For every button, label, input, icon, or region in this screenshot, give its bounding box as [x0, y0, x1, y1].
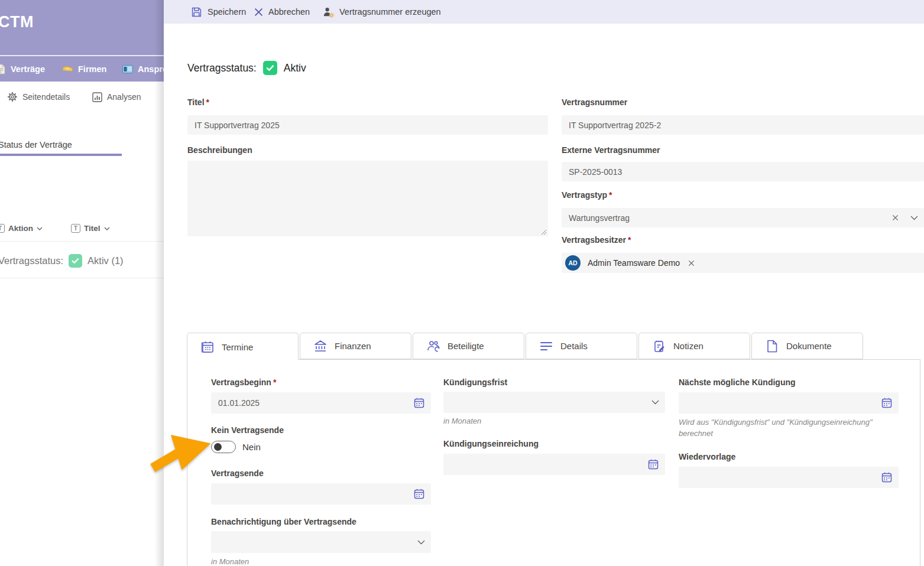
- gear-icon: [7, 92, 18, 102]
- tab-details[interactable]: Details: [526, 333, 637, 359]
- toggle-switch[interactable]: [211, 441, 236, 453]
- beschreibungen-label: Beschreibungen: [187, 145, 252, 155]
- tab-termine[interactable]: Termine: [187, 333, 299, 360]
- save-label: Speichern: [208, 7, 246, 17]
- cancel-button[interactable]: Abbrechen: [254, 0, 310, 24]
- vertragsende-label: Vertragsende: [211, 469, 264, 478]
- tab-label: Details: [560, 341, 588, 351]
- naechste-kuendigung-label: Nächste mögliche Kündigung: [679, 378, 796, 387]
- chevron-down-icon: [37, 227, 43, 230]
- generate-contract-number-button[interactable]: Vertragsnummer erzeugen: [323, 0, 441, 24]
- externe-vertragsnummer-label: Externe Vertragsnummer: [562, 145, 660, 155]
- vertragsbeginn-datepicker[interactable]: [211, 392, 431, 414]
- clear-selection-icon[interactable]: [892, 214, 899, 221]
- wiedervorlage-datepicker[interactable]: [679, 467, 899, 488]
- app-window: CTM Verträge Firmen Ansprechpartner Seit…: [0, 0, 924, 566]
- vertragstyp-input[interactable]: [562, 213, 892, 223]
- vertragsende-datepicker[interactable]: [211, 483, 431, 505]
- vertragsbesitzer-field[interactable]: AD Admin Teamsware Demo: [562, 253, 924, 273]
- externe-vertragsnummer-input[interactable]: [562, 162, 924, 181]
- tab-label: Termine: [222, 342, 253, 352]
- nav-item-vertraege[interactable]: Verträge: [0, 56, 45, 82]
- kuendigungsfrist-input[interactable]: [443, 398, 651, 407]
- naechste-kuendigung-datepicker[interactable]: [679, 392, 899, 414]
- bank-icon: [313, 339, 328, 353]
- document-icon: [765, 339, 779, 353]
- avatar: AD: [565, 255, 581, 271]
- tab-notizen[interactable]: Notizen: [638, 333, 750, 359]
- kuendigungseinreichung-label: Kündigungseinreichung: [443, 439, 539, 448]
- nav-item-ansprechpartner[interactable]: Ansprechpartner: [122, 56, 164, 82]
- calendar-icon[interactable]: [413, 397, 425, 409]
- benachrichtigung-hint: in Monaten: [211, 556, 249, 566]
- view-tab-status-der-vertraege[interactable]: Status der Verträge: [0, 140, 72, 149]
- kuendigungseinreichung-input[interactable]: [443, 460, 647, 469]
- divider: [0, 278, 164, 278]
- people-sync-icon: [426, 339, 440, 353]
- resize-grip-icon[interactable]: [541, 229, 547, 235]
- column-header-aktion[interactable]: T Aktion: [0, 224, 43, 233]
- worker-gear-icon: [323, 6, 334, 18]
- close-icon: [254, 8, 263, 17]
- nav-item-firmen[interactable]: Firmen: [62, 56, 106, 82]
- vertragsnummer-input[interactable]: [562, 115, 924, 135]
- generate-contract-number-label: Vertragsnummer erzeugen: [339, 7, 441, 17]
- analytics-button[interactable]: Analysen: [92, 82, 141, 112]
- page-details-button[interactable]: Seitendetails: [7, 82, 70, 112]
- tab-finanzen[interactable]: Finanzen: [300, 333, 411, 359]
- naechste-kuendigung-input[interactable]: [679, 398, 881, 408]
- tab-dokumente[interactable]: Dokumente: [751, 333, 863, 359]
- divider: [0, 241, 164, 242]
- text-type-icon: T: [0, 224, 5, 233]
- wiedervorlage-input[interactable]: [679, 473, 881, 482]
- toggle-value-label: Nein: [242, 442, 261, 452]
- titel-input[interactable]: [187, 115, 548, 135]
- calendar-icon[interactable]: [881, 471, 893, 483]
- vertragsbesitzer-value: Admin Teamsware Demo: [588, 258, 680, 268]
- vertragsnummer-label: Vertragsnummer: [562, 97, 627, 107]
- vertragsbeginn-label: Vertragsbeginn*: [211, 378, 276, 387]
- tab-beteiligte[interactable]: Beteiligte: [413, 333, 524, 359]
- notepad-icon: [652, 339, 666, 353]
- sidebar: CTM Verträge Firmen Ansprechpartner Seit…: [0, 0, 164, 566]
- toggle-knob: [214, 443, 222, 451]
- contract-status-label: Vertragsstatus:: [187, 62, 257, 74]
- kuendigungsfrist-hint: in Monaten: [443, 415, 481, 427]
- chevron-down-icon[interactable]: [651, 400, 659, 405]
- command-bar: Speichern Abbrechen Vertragsnummer erzeu…: [164, 0, 924, 24]
- chevron-down-icon[interactable]: [910, 216, 918, 220]
- sidebar-header: CTM: [0, 0, 164, 56]
- benachrichtigung-input[interactable]: [211, 538, 417, 547]
- vertragsende-input[interactable]: [211, 489, 413, 499]
- required-marker: *: [609, 190, 612, 200]
- calendar-icon[interactable]: [413, 488, 425, 500]
- chevron-down-icon[interactable]: [417, 540, 425, 545]
- group-row-vertragsstatus-aktiv[interactable]: Vertragsstatus: Aktiv (1): [0, 254, 124, 268]
- handshake-icon: [62, 64, 73, 74]
- remove-owner-icon[interactable]: [688, 260, 695, 266]
- column-header-label: Titel: [84, 224, 100, 233]
- detail-tabs: Termine Finanzen Beteiligte Details Noti…: [187, 333, 863, 360]
- page-details-label: Seitendetails: [22, 92, 70, 102]
- titel-label: Titel*: [187, 97, 209, 107]
- save-button[interactable]: Speichern: [191, 0, 246, 24]
- analytics-label: Analysen: [107, 92, 141, 102]
- column-header-titel[interactable]: T Titel: [71, 224, 110, 233]
- kuendigungsfrist-dropdown[interactable]: [443, 392, 665, 413]
- tab-label: Dokumente: [786, 341, 832, 351]
- beschreibungen-textarea[interactable]: [187, 161, 548, 236]
- calendar-icon[interactable]: [647, 458, 659, 470]
- group-row-value: Aktiv (1): [87, 255, 124, 266]
- wiedervorlage-label: Wiedervorlage: [679, 452, 735, 461]
- active-status-check-icon[interactable]: [263, 61, 277, 75]
- kuendigungseinreichung-datepicker[interactable]: [443, 454, 665, 475]
- naechste-kuendigung-hint: Wird aus "Kündigungsfrist" und "Kündigun…: [679, 417, 891, 439]
- view-tab-active-underline: [0, 154, 122, 156]
- save-icon: [191, 6, 202, 18]
- calendar-icon: [200, 340, 215, 354]
- benachrichtigung-dropdown[interactable]: [211, 531, 431, 553]
- vertragsbeginn-input[interactable]: [211, 398, 413, 408]
- vertragstyp-combobox[interactable]: [562, 208, 924, 227]
- kein-vertragsende-label: Kein Vertragsende: [211, 425, 284, 435]
- calendar-icon[interactable]: [881, 397, 893, 409]
